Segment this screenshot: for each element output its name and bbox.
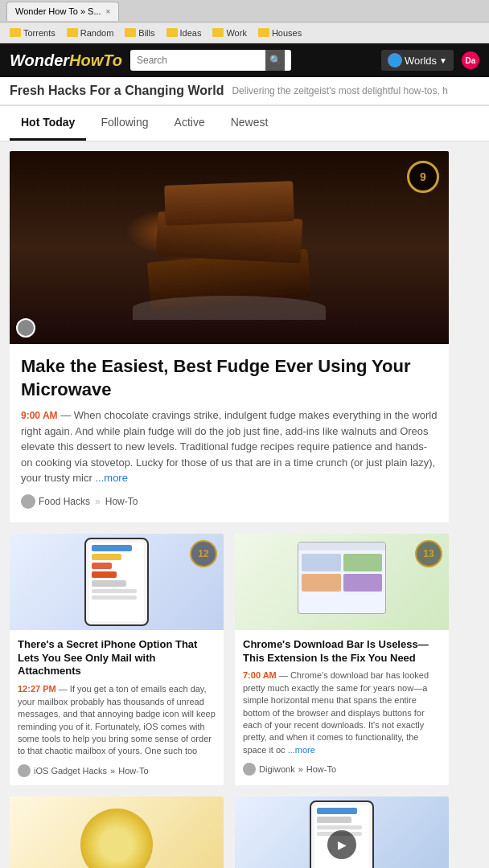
card-excerpt-text: If you get a ton of emails each day, you…	[18, 684, 216, 755]
tab-following[interactable]: Following	[89, 106, 159, 141]
hero-category-name: Food Hacks	[39, 496, 90, 507]
article-card-phone2[interactable]: ▶ Phone Tutorial Video	[235, 796, 449, 868]
browser-tab[interactable]: Wonder How To » S... ×	[6, 2, 119, 21]
card-category-avatar	[18, 764, 31, 777]
card-image-browser: 13	[235, 534, 449, 630]
phone-row	[317, 808, 357, 814]
tab-close-button[interactable]: ×	[106, 7, 111, 16]
browser-thumb	[302, 554, 341, 571]
card-excerpt-text: Chrome's download bar has looked pretty …	[243, 670, 429, 754]
hero-article[interactable]: 9 Make the Easiest, Best Fudge Ever Usin…	[10, 151, 449, 522]
user-avatar[interactable]: Da	[462, 51, 479, 69]
site-tagline-subtitle: Delivering the zeitgeist's most delightf…	[232, 85, 447, 96]
tab-active[interactable]: Active	[163, 106, 216, 141]
main-layout: 9 Make the Easiest, Best Fudge Ever Usin…	[0, 141, 489, 868]
bookmark-torrents[interactable]: Torrents	[5, 27, 60, 39]
category-avatar	[21, 494, 35, 509]
snow-dust	[133, 296, 326, 320]
card-time: 12:27 PM	[18, 684, 56, 694]
hero-image-inner: 9	[10, 151, 449, 344]
phone-row	[92, 571, 117, 578]
browser-titlebar: Wonder How To » S... ×	[0, 0, 489, 23]
search-box[interactable]: 🔍	[130, 50, 291, 71]
phone-row	[92, 563, 112, 569]
play-button[interactable]: ▶	[327, 830, 356, 859]
card-title: There's a Secret iPhone Option That Lets…	[18, 638, 216, 679]
card-content: There's a Secret iPhone Option That Lets…	[10, 630, 224, 785]
hero-image: 9	[10, 151, 449, 344]
article-card-food[interactable]: Spaghetti Squash Recipe	[10, 796, 224, 868]
card-em-dash: —	[59, 684, 70, 694]
card-category-type: How-To	[306, 764, 336, 774]
bookmark-houses[interactable]: Houses	[253, 27, 306, 39]
hero-score-badge: 9	[407, 161, 439, 193]
hero-illustration	[133, 159, 326, 320]
card-image-phone: 12	[10, 534, 224, 630]
hero-category-type: How-To	[105, 496, 138, 507]
card-category[interactable]: Digiwonk » How-To	[243, 763, 441, 776]
folder-icon	[125, 28, 136, 37]
folder-icon	[212, 28, 224, 37]
article-grid-2: Spaghetti Squash Recipe ▶	[10, 796, 449, 868]
card-read-more[interactable]: ...more	[288, 745, 315, 755]
bookmark-work[interactable]: Work	[208, 27, 251, 39]
logo-wonder: Wonder	[10, 51, 69, 69]
card-category-sep: »	[298, 764, 303, 774]
hero-excerpt-text: When chocolate cravings strike, indulgen…	[21, 409, 437, 484]
phone-screen	[89, 542, 144, 621]
folder-icon	[258, 28, 269, 37]
bookmark-bills[interactable]: Bills	[120, 27, 159, 39]
hero-read-more[interactable]: ...more	[95, 472, 127, 484]
site-logo[interactable]: WonderHowTo	[10, 51, 122, 70]
main-content: 9 Make the Easiest, Best Fudge Ever Usin…	[0, 141, 458, 868]
phone-mockup	[84, 538, 149, 626]
article-card-iphone[interactable]: 12 There's a Secret iPhone Option That L…	[10, 534, 224, 785]
article-card-chrome[interactable]: 13 Chrome's Download Bar Is Useless—This…	[235, 534, 449, 785]
bookmark-random[interactable]: Random	[62, 27, 119, 39]
browser-mockup	[298, 542, 386, 614]
tab-title: Wonder How To » S...	[15, 6, 101, 16]
card-category-avatar	[243, 763, 256, 776]
hero-category[interactable]: Food Hacks » How-To	[21, 494, 138, 509]
tab-newest[interactable]: Newest	[220, 106, 280, 141]
hero-excerpt: 9:00 AM — When chocolate cravings strike…	[21, 407, 438, 486]
browser-bar	[298, 542, 385, 551]
folder-icon	[67, 28, 78, 37]
chevron-down-icon: ▼	[439, 56, 447, 65]
card-excerpt: 12:27 PM — If you get a ton of emails ea…	[18, 683, 216, 757]
search-button[interactable]: 🔍	[265, 50, 285, 71]
bookmark-label: Bills	[138, 28, 154, 38]
hero-em-dash: —	[60, 409, 74, 421]
phone-row	[92, 596, 137, 600]
card-content: Chrome's Download Bar Is Useless—This Ex…	[235, 630, 449, 784]
search-input[interactable]	[137, 55, 261, 66]
card-score-badge: 13	[415, 540, 442, 567]
phone-row	[92, 589, 137, 593]
card-image-food	[10, 796, 224, 868]
card-em-dash: —	[279, 670, 290, 680]
bookmark-label: Random	[80, 28, 114, 38]
browser-content	[298, 551, 385, 595]
nav-tabs: Hot Today Following Active Newest	[0, 106, 489, 141]
phone-row	[92, 580, 126, 587]
hero-time: 9:00 AM	[21, 410, 58, 421]
site-header: WonderHowTo 🔍 🌐 Worlds ▼ Da	[0, 43, 489, 77]
category-separator: »	[95, 496, 101, 507]
article-grid-1: 12 There's a Secret iPhone Option That L…	[10, 534, 449, 785]
choc-piece-3	[164, 181, 294, 226]
phone-row	[92, 554, 121, 560]
hero-title[interactable]: Make the Easiest, Best Fudge Ever Using …	[21, 355, 438, 401]
worlds-label: Worlds	[405, 55, 437, 67]
worlds-menu[interactable]: 🌐 Worlds ▼	[381, 50, 454, 71]
tab-hot-today[interactable]: Hot Today	[10, 106, 86, 141]
browser-thumb	[302, 574, 341, 592]
bookmark-ideas[interactable]: Ideas	[162, 27, 207, 39]
phone-row	[317, 817, 351, 823]
phone-row	[317, 825, 362, 829]
bookmark-label: Houses	[272, 28, 302, 38]
hero-content: Make the Easiest, Best Fudge Ever Using …	[10, 344, 449, 522]
bookmark-label: Work	[226, 28, 246, 38]
card-category-type: How-To	[118, 766, 148, 776]
card-category[interactable]: iOS Gadget Hacks » How-To	[18, 764, 216, 777]
card-score-badge: 12	[190, 540, 217, 567]
